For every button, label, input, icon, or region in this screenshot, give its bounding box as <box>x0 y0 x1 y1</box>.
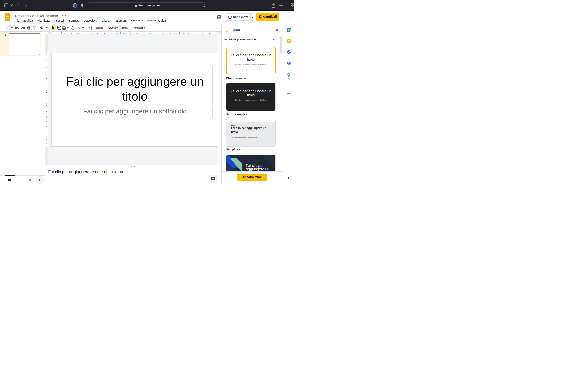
svg-text:31: 31 <box>288 29 290 31</box>
